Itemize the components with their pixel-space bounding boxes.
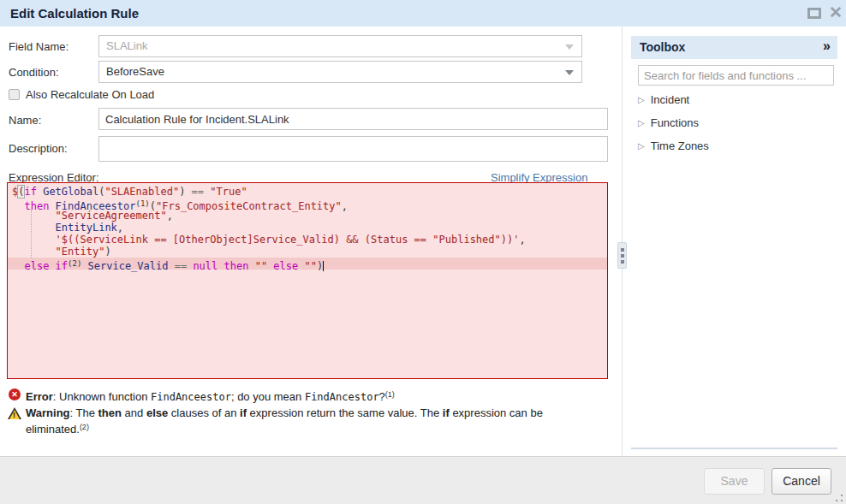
close-button[interactable]: ✕ — [826, 3, 845, 23]
warning-exclamation: ! — [13, 410, 16, 420]
name-input[interactable] — [98, 108, 608, 130]
chevron-right-icon: ▷ — [638, 95, 645, 104]
condition-value: BeforeSave — [106, 65, 164, 78]
maximize-icon — [807, 8, 821, 19]
dialog-title: Edit Calculation Rule — [10, 6, 139, 21]
grip-dots-icon — [836, 500, 837, 501]
also-recalculate-checkbox[interactable] — [9, 89, 20, 100]
description-label: Description: — [9, 142, 68, 155]
error-message: Error: Unknown function FindAnceestor; d… — [26, 388, 582, 405]
warning-message: Warning: The then and else clauses of an… — [26, 406, 550, 436]
splitter-drag-handle[interactable] — [617, 242, 627, 269]
close-icon: ✕ — [829, 3, 843, 21]
chevron-down-icon — [565, 44, 574, 50]
field-name-select[interactable]: SLALink — [98, 35, 582, 57]
condition-label: Condition: — [9, 66, 59, 79]
toolbox-header: Toolbox » — [631, 36, 837, 59]
collapse-panel-button[interactable]: » — [823, 39, 831, 54]
field-name-label: Field Name: — [9, 40, 69, 53]
toolbox-item-time-zones[interactable]: ▷Time Zones — [638, 139, 709, 157]
chevron-down-icon — [565, 70, 574, 75]
maximize-button[interactable] — [807, 7, 823, 20]
cancel-button[interactable]: Cancel — [772, 468, 831, 495]
name-label: Name: — [9, 114, 41, 127]
expression-code: $(if GetGlobal("SLAEnabled") == "True" t… — [8, 183, 607, 270]
toolbox-title: Toolbox — [640, 40, 685, 54]
toolbox-item-label: Functions — [651, 116, 699, 129]
toolbox-bottom-border — [631, 448, 837, 449]
toolbox-item-incident[interactable]: ▷Incident — [638, 93, 689, 110]
edit-calculation-rule-dialog: Edit Calculation Rule ✕ Field Name: SLAL… — [0, 0, 846, 504]
error-icon: ✕ — [9, 388, 21, 400]
chevron-right-icon: ▷ — [638, 118, 645, 127]
dialog-titlebar: Edit Calculation Rule ✕ — [0, 0, 846, 27]
condition-select[interactable]: BeforeSave — [98, 61, 582, 83]
save-button[interactable]: Save — [704, 468, 765, 495]
toolbox-item-label: Incident — [651, 93, 690, 106]
panel-splitter — [622, 27, 623, 456]
resize-grip[interactable] — [836, 494, 844, 502]
chevron-right-icon: ▷ — [638, 141, 645, 151]
dialog-footer: Save Cancel — [0, 456, 846, 504]
toolbox-search-input[interactable] — [638, 65, 834, 86]
grip-dots-icon — [621, 248, 624, 252]
toolbox-item-functions[interactable]: ▷Functions — [638, 116, 699, 133]
also-recalculate-label: Also Recalculate On Load — [26, 88, 154, 101]
description-input[interactable] — [98, 136, 608, 162]
expression-editor[interactable]: $(if GetGlobal("SLAEnabled") == "True" t… — [7, 182, 608, 379]
toolbox-item-label: Time Zones — [651, 139, 709, 152]
double-chevron-right-icon: » — [823, 39, 831, 53]
field-name-value: SLALink — [106, 39, 147, 52]
